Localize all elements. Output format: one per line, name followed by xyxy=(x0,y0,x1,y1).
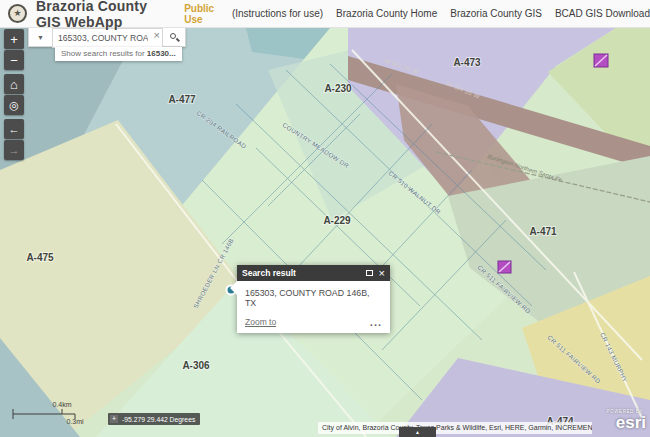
nav-link-bcad-download[interactable]: BCAD GIS Download xyxy=(555,8,650,19)
search-result-popup: Search result × 165303, COUNTY ROAD 146B… xyxy=(237,265,390,333)
locate-button[interactable]: ◎ xyxy=(4,95,24,115)
popup-result-text: 165303, COUNTY ROAD 146B, TX xyxy=(245,288,382,308)
zoom-out-button[interactable]: − xyxy=(4,50,24,70)
search-input-wrap: × xyxy=(52,27,162,47)
nav-link-county-gis[interactable]: Brazoria County GIS xyxy=(450,8,542,19)
popup-pointer xyxy=(230,281,237,295)
popup-footer: Zoom to ... xyxy=(245,317,382,327)
clear-search-icon[interactable]: × xyxy=(154,30,160,41)
seal-star-icon: ★ xyxy=(13,9,21,18)
scale-mi-label: 0.3mi xyxy=(66,418,84,425)
county-seal-logo: ★ xyxy=(8,4,27,23)
more-options-icon[interactable]: ... xyxy=(370,320,382,324)
popup-header: Search result × xyxy=(237,265,390,281)
attribution-bar: City of Alvin, Brazoria County, Texas Pa… xyxy=(318,422,592,434)
popup-title: Search result xyxy=(242,268,366,278)
scale-km-label: 0.4km xyxy=(52,401,71,408)
page-title: Brazoria County GIS WebApp xyxy=(36,0,169,30)
chevron-down-icon: ▼ xyxy=(37,34,44,41)
zoom-to-link[interactable]: Zoom to xyxy=(245,317,370,327)
next-extent-button[interactable]: → xyxy=(4,140,24,160)
public-use-badge: Public Use xyxy=(184,3,218,25)
esri-wordmark: esri xyxy=(616,413,646,432)
search-source-dropdown[interactable]: ▼ xyxy=(28,27,52,47)
area-label-a477: A-477 xyxy=(168,94,196,105)
attribution-expand-button[interactable]: ▲ xyxy=(399,427,436,437)
close-icon[interactable]: × xyxy=(379,268,385,279)
search-suggestion[interactable]: Show search results for 16530... xyxy=(55,47,182,61)
home-button[interactable]: ⌂ xyxy=(4,74,24,94)
suggestion-prefix: Show search results for xyxy=(61,49,147,58)
coordinates-widget[interactable]: + -95.279 29.442 Degrees xyxy=(108,413,200,425)
nav-link-instructions[interactable]: (Instructions for use) xyxy=(232,8,323,19)
search-widget: ▼ × xyxy=(28,27,186,47)
nav-link-county-home[interactable]: Brazoria County Home xyxy=(336,8,437,19)
search-input[interactable] xyxy=(52,28,162,48)
header-nav: (Instructions for use) Brazoria County H… xyxy=(232,8,650,19)
suggestion-term: 16530... xyxy=(147,49,176,58)
maximize-icon[interactable] xyxy=(366,270,373,276)
area-label-a306: A-306 xyxy=(182,360,210,371)
coordinates-readout: -95.279 29.442 Degrees xyxy=(122,416,195,423)
esri-logo: POWERED BY esri xyxy=(606,409,646,432)
area-label-a230: A-230 xyxy=(324,83,352,94)
previous-extent-button[interactable]: ← xyxy=(4,119,24,139)
crosshair-icon: + xyxy=(110,415,118,423)
area-label-a475: A-475 xyxy=(26,252,54,263)
area-label-a229: A-229 xyxy=(323,215,351,226)
zoom-in-button[interactable]: + xyxy=(4,29,24,49)
gis-webapp: ★ Brazoria County GIS WebApp Public Use … xyxy=(0,0,650,437)
search-icon xyxy=(170,33,179,42)
popup-body: 165303, COUNTY ROAD 146B, TX Zoom to ... xyxy=(237,281,390,333)
header-bar: ★ Brazoria County GIS WebApp Public Use … xyxy=(0,0,650,28)
map-canvas[interactable]: CR 204 RAILROAD COUNTRY MEADOW DR CR 510… xyxy=(0,28,650,437)
area-label-a471: A-471 xyxy=(529,226,557,237)
area-label-a473: A-473 xyxy=(453,57,481,68)
search-button[interactable] xyxy=(162,27,186,47)
